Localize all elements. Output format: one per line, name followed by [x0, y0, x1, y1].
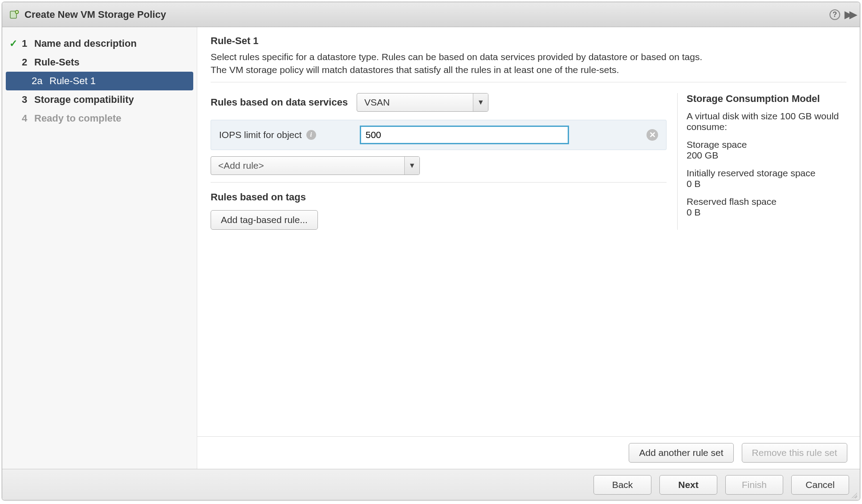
data-services-dropdown[interactable]: VSAN ▼ [357, 93, 488, 112]
wizard-footer: Back Next Finish Cancel [2, 469, 860, 500]
stat-value: 0 B [687, 179, 846, 189]
stat-label: Reserved flash space [687, 196, 846, 207]
step-storage-compatibility[interactable]: 3 Storage compatibility [2, 90, 197, 109]
content-area: Rule-Set 1 Select rules specific for a d… [197, 27, 860, 469]
stat-label: Initially reserved storage space [687, 168, 846, 179]
back-button[interactable]: Back [594, 475, 651, 495]
data-services-label: Rules based on data services [211, 97, 348, 108]
remove-rule-set-button: Remove this rule set [742, 443, 847, 463]
checkmark-icon: ✓ [9, 38, 22, 49]
consumption-title: Storage Consumption Model [687, 93, 846, 105]
add-rule-set-button[interactable]: Add another rule set [629, 443, 733, 463]
add-tag-rule-button[interactable]: Add tag-based rule... [211, 210, 318, 230]
step-rule-set-1[interactable]: 2a Rule-Set 1 [6, 72, 193, 90]
next-button[interactable]: Next [659, 475, 717, 495]
add-rule-dropdown[interactable]: <Add rule> ▼ [211, 156, 420, 175]
dialog-title: Create New VM Storage Policy [24, 9, 829, 20]
cancel-button[interactable]: Cancel [791, 475, 849, 495]
rule-label: IOPS limit for object [219, 130, 302, 140]
storage-consumption-panel: Storage Consumption Model A virtual disk… [677, 93, 846, 230]
chevron-down-icon[interactable]: ▼ [404, 157, 419, 175]
section-title: Rule-Set 1 [211, 35, 846, 47]
expand-icon[interactable]: ▶▶ [845, 9, 854, 20]
rules-column: Rules based on data services VSAN ▼ IOPS… [211, 93, 667, 230]
info-icon[interactable]: i [306, 130, 316, 140]
iops-limit-input[interactable] [360, 126, 569, 144]
dialog-body: ✓ 1 Name and description 2 Rule-Sets 2a … [2, 27, 860, 469]
consumption-intro: A virtual disk with size 100 GB would co… [687, 111, 846, 132]
finish-button: Finish [725, 475, 783, 495]
wizard-sidebar: ✓ 1 Name and description 2 Rule-Sets 2a … [2, 27, 197, 469]
stat-label: Storage space [687, 139, 846, 150]
rule-row-iops: IOPS limit for object i ✕ [211, 120, 667, 150]
chevron-down-icon[interactable]: ▼ [473, 93, 488, 111]
step-name-description[interactable]: ✓ 1 Name and description [2, 34, 197, 53]
stat-value: 200 GB [687, 150, 846, 161]
step-rule-sets[interactable]: 2 Rule-Sets [2, 53, 197, 72]
section-description: Select rules specific for a datastore ty… [211, 50, 846, 77]
ruleset-actions: Add another rule set Remove this rule se… [197, 436, 860, 469]
dialog-create-vm-storage-policy: Create New VM Storage Policy ? ▶▶ ✓ 1 Na… [2, 2, 860, 500]
resize-grip-icon[interactable] [850, 491, 857, 498]
step-ready-complete: 4 Ready to complete [2, 109, 197, 128]
tags-section-label: Rules based on tags [211, 191, 667, 203]
remove-rule-icon[interactable]: ✕ [646, 129, 658, 141]
stat-value: 0 B [687, 207, 846, 218]
titlebar: Create New VM Storage Policy ? ▶▶ [2, 2, 860, 27]
help-icon[interactable]: ? [829, 9, 840, 20]
storage-policy-icon [8, 9, 20, 20]
